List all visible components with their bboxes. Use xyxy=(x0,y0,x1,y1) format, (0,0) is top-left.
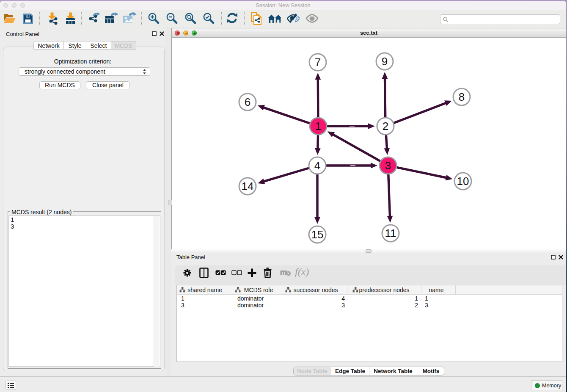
svg-text:10: 10 xyxy=(457,175,469,188)
svg-text:14: 14 xyxy=(242,180,254,193)
svg-text:7: 7 xyxy=(315,56,321,69)
svg-text:6: 6 xyxy=(245,96,250,108)
svg-text:15: 15 xyxy=(311,228,324,241)
svg-text:1: 1 xyxy=(315,120,321,133)
svg-text:9: 9 xyxy=(382,55,388,68)
svg-text:8: 8 xyxy=(459,91,465,103)
svg-text:11: 11 xyxy=(385,227,396,240)
svg-text:2: 2 xyxy=(383,120,388,133)
svg-text:3: 3 xyxy=(385,159,391,172)
svg-text:4: 4 xyxy=(314,159,320,172)
